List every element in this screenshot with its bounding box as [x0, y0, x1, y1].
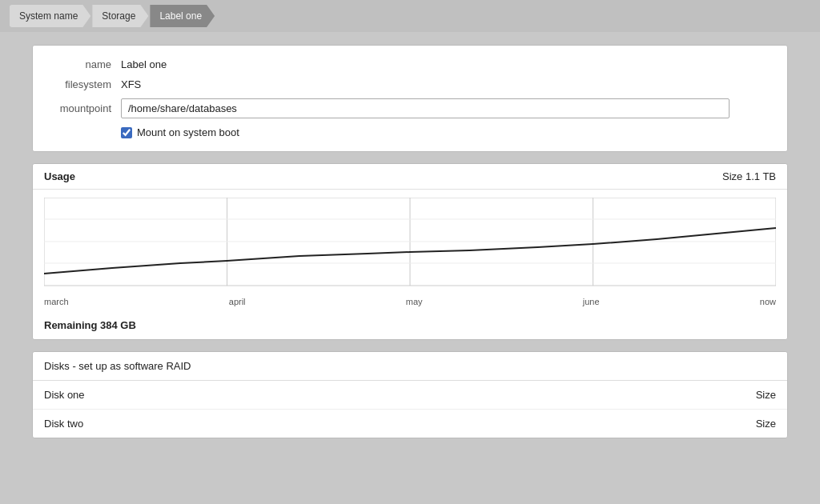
- breadcrumb-system-name[interactable]: System name: [10, 5, 90, 27]
- mount-on-boot-row: Mount on system boot: [121, 126, 771, 138]
- chart-labels: march april may june now: [44, 294, 776, 306]
- breadcrumb-storage[interactable]: Storage: [92, 5, 148, 27]
- usage-size: Size 1.1 TB: [722, 170, 776, 182]
- filesystem-row: filesystem XFS: [49, 78, 771, 90]
- remaining-text: Remaining 384 GB: [33, 314, 787, 339]
- disk-one-size: Size: [756, 389, 776, 401]
- mount-on-boot-label: Mount on system boot: [137, 126, 239, 138]
- filesystem-value: XFS: [121, 78, 141, 90]
- usage-title: Usage: [44, 170, 75, 182]
- breadcrumb: System name Storage Label one: [0, 0, 820, 32]
- chart-label-april: april: [229, 297, 246, 306]
- chart-label-now: now: [760, 297, 776, 306]
- name-value: Label one: [121, 58, 167, 70]
- main-content: name Label one filesystem XFS mountpoint…: [0, 32, 820, 451]
- disk-row-two: Disk two Size: [33, 410, 787, 438]
- disks-header: Disks - set up as software RAID: [33, 352, 787, 381]
- mountpoint-label: mountpoint: [49, 102, 121, 114]
- breadcrumb-label-one[interactable]: Label one: [150, 5, 215, 27]
- usage-chart: [44, 198, 776, 294]
- disk-two-size: Size: [756, 418, 776, 430]
- usage-card: Usage Size 1.1 TB: [32, 163, 788, 340]
- chart-label-may: may: [406, 297, 423, 306]
- mountpoint-row: mountpoint: [49, 98, 771, 118]
- info-card: name Label one filesystem XFS mountpoint…: [32, 45, 788, 152]
- chart-label-march: march: [44, 297, 69, 306]
- name-row: name Label one: [49, 58, 771, 70]
- filesystem-label: filesystem: [49, 78, 121, 90]
- disk-two-name: Disk two: [44, 418, 83, 430]
- usage-header: Usage Size 1.1 TB: [33, 164, 787, 190]
- chart-container: march april may june now: [44, 198, 776, 310]
- disk-one-name: Disk one: [44, 389, 85, 401]
- mount-on-boot-checkbox[interactable]: [121, 127, 132, 138]
- chart-area: march april may june now: [33, 190, 787, 314]
- disks-card: Disks - set up as software RAID Disk one…: [32, 351, 788, 438]
- disk-row-one: Disk one Size: [33, 381, 787, 410]
- chart-label-june: june: [583, 297, 600, 306]
- name-label: name: [49, 58, 121, 70]
- mountpoint-input[interactable]: [121, 98, 730, 118]
